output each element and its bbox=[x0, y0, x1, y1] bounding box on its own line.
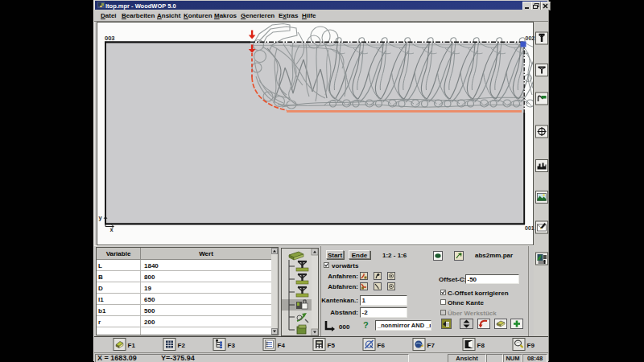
svg-text:F5: F5 bbox=[328, 342, 336, 349]
svg-text:F9: F9 bbox=[527, 342, 535, 349]
svg-text:003: 003 bbox=[105, 35, 115, 42]
svg-text:F3: F3 bbox=[228, 342, 236, 349]
svg-text:y: y bbox=[99, 214, 103, 221]
svg-text:F4: F4 bbox=[278, 342, 286, 349]
svg-text:F7: F7 bbox=[427, 342, 436, 349]
svg-text:F8: F8 bbox=[477, 342, 485, 349]
svg-text:F1: F1 bbox=[128, 342, 136, 349]
svg-text:F2: F2 bbox=[178, 342, 186, 349]
svg-text:F6: F6 bbox=[378, 342, 386, 349]
